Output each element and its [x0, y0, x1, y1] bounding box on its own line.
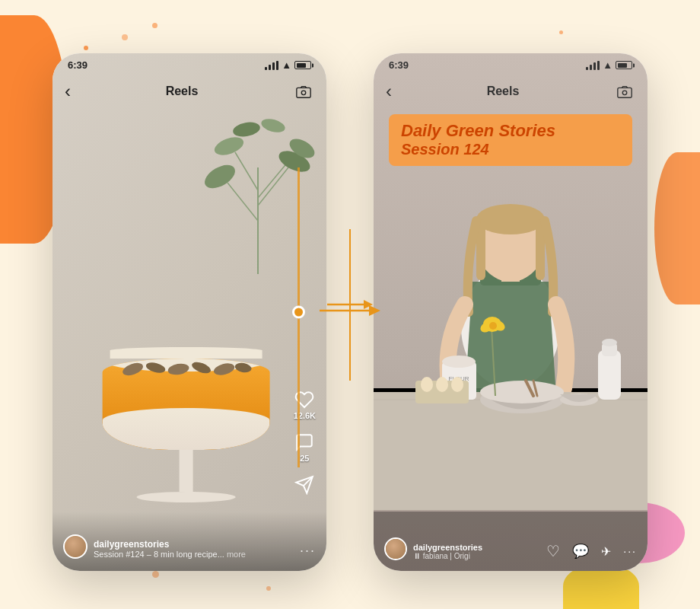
signal-bar: [586, 67, 588, 70]
wifi-icon-1: ▲: [282, 59, 291, 71]
svg-point-55: [489, 322, 497, 330]
bottom-info-1: dailygreenstories Session #124 – 8 min l…: [94, 539, 300, 559]
signal-bar: [276, 61, 278, 70]
story-title-overlay: Daily Green Stories Session 124: [389, 114, 632, 166]
svg-marker-22: [364, 300, 373, 309]
status-time-1: 6:39: [68, 59, 88, 71]
arrow-horizontal: [349, 304, 351, 381]
share-button[interactable]: [294, 475, 314, 495]
svg-point-37: [480, 381, 564, 403]
nav-bar-1: ‹ Reels: [52, 75, 326, 108]
caption-more: more: [227, 550, 246, 559]
status-icons-1: ▲: [265, 59, 311, 71]
nav-title-1: Reels: [166, 84, 199, 98]
username-1: dailygreenstories: [94, 539, 300, 550]
signal-bars-1: [265, 61, 278, 70]
main-container: 12.6K 25 6:39: [0, 0, 700, 609]
svg-point-14: [190, 360, 212, 375]
svg-point-20: [301, 91, 306, 95]
bottom-bar-1: dailygreenstories Session #124 – 8 min l…: [52, 512, 326, 571]
status-time-2: 6:39: [389, 59, 409, 71]
svg-point-11: [121, 361, 145, 378]
svg-point-16: [234, 362, 253, 374]
comment-button-2[interactable]: 💬: [572, 543, 589, 560]
back-button-2[interactable]: ‹: [386, 82, 392, 100]
phone-frame-1: 12.6K 25 6:39: [52, 53, 326, 571]
status-bar-1: 6:39 ▲: [52, 53, 326, 74]
avatar-2: [384, 537, 407, 560]
signal-bar: [272, 62, 275, 70]
caption-1: Session #124 – 8 min long recipe... more: [94, 550, 261, 559]
arrow-svg: [327, 297, 373, 312]
share-button-2[interactable]: ✈: [601, 544, 611, 559]
more-button-1[interactable]: ···: [300, 543, 316, 559]
nav-title-2: Reels: [487, 84, 520, 98]
svg-point-47: [602, 339, 617, 346]
signal-bars-2: [586, 61, 600, 70]
story-title-sub: Session 124: [401, 140, 620, 158]
svg-rect-19: [297, 88, 310, 97]
svg-point-13: [167, 362, 190, 377]
signal-bar: [593, 62, 596, 70]
comment-count: 25: [300, 454, 309, 463]
story-title-main: Daily Green Stories: [401, 122, 620, 140]
svg-point-7: [212, 134, 246, 158]
caption-2: ⏸ fabiana | Origi: [413, 552, 546, 560]
signal-bar: [597, 61, 600, 70]
status-bar-2: 6:39 ▲: [374, 53, 648, 74]
like-button-2[interactable]: ♡: [546, 542, 560, 560]
status-icons-2: ▲: [586, 59, 632, 71]
cake-area: [52, 107, 326, 510]
svg-point-12: [145, 361, 166, 375]
battery-fill-2: [618, 63, 628, 68]
svg-rect-23: [618, 88, 632, 97]
bottom-actions-2: ♡ 💬 ✈ ···: [546, 542, 637, 560]
svg-point-31: [476, 204, 545, 234]
battery-icon-1: [294, 61, 311, 69]
svg-line-2: [258, 167, 288, 206]
svg-point-42: [421, 377, 433, 392]
svg-line-1: [228, 183, 258, 221]
svg-point-44: [451, 377, 463, 392]
svg-rect-45: [598, 350, 621, 400]
username-2: dailygreenstories: [413, 543, 546, 552]
svg-point-15: [212, 362, 236, 378]
svg-point-24: [622, 91, 627, 95]
svg-point-39: [442, 356, 476, 368]
svg-point-5: [201, 161, 239, 193]
arrow-vertical-line: [349, 229, 351, 305]
nav-bar-2: ‹ Reels: [374, 75, 648, 108]
more-button-2[interactable]: ···: [623, 545, 637, 557]
signal-bar: [269, 65, 271, 70]
signal-bar: [590, 65, 592, 70]
progress-dot: [292, 306, 305, 319]
back-button-1[interactable]: ‹: [65, 82, 71, 100]
cooking-scene-svg: FLOUR: [374, 129, 648, 510]
battery-fill: [297, 63, 307, 68]
phone-frame-2: 6:39 ▲ ‹ Reels: [374, 53, 648, 571]
avatar-1: [63, 534, 88, 559]
plant-svg: [197, 107, 319, 274]
bottom-info-2: dailygreenstories ⏸ fabiana | Origi: [413, 543, 546, 560]
arrow-vert-2: [349, 304, 351, 381]
camera-button-1[interactable]: [293, 81, 314, 102]
svg-point-9: [232, 120, 262, 139]
svg-point-10: [259, 116, 286, 135]
battery-icon-2: [616, 61, 632, 69]
signal-bar: [265, 67, 267, 70]
bottom-bar-2: dailygreenstories ⏸ fabiana | Origi ♡ 💬 …: [374, 512, 648, 571]
svg-point-43: [436, 377, 448, 392]
arrow-container: [349, 229, 351, 381]
wifi-icon-2: ▲: [603, 59, 612, 71]
camera-button-2[interactable]: [614, 81, 635, 102]
cake-body: [103, 359, 270, 450]
svg-line-3: [235, 152, 258, 190]
